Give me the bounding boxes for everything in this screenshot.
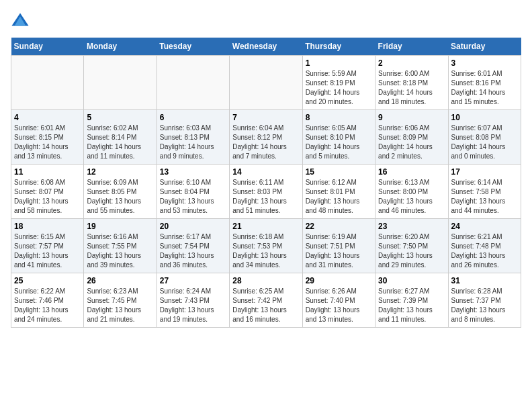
day-number: 21 — [232, 222, 299, 231]
day-number: 29 — [306, 276, 372, 285]
day-info: Sunrise: 6:14 AM Sunset: 7:58 PM Dayligh… — [451, 178, 518, 216]
day-cell: 10Sunrise: 6:07 AM Sunset: 8:08 PM Dayli… — [448, 110, 521, 165]
day-number: 19 — [87, 222, 153, 231]
day-number: 8 — [306, 113, 372, 122]
day-info: Sunrise: 6:23 AM Sunset: 7:45 PM Dayligh… — [87, 287, 153, 324]
day-info: Sunrise: 6:20 AM Sunset: 7:50 PM Dayligh… — [378, 232, 445, 270]
day-number: 10 — [451, 113, 518, 122]
day-cell: 29Sunrise: 6:26 AM Sunset: 7:40 PM Dayli… — [302, 273, 375, 328]
day-info: Sunrise: 6:26 AM Sunset: 7:40 PM Dayligh… — [306, 287, 372, 324]
day-number: 30 — [378, 276, 445, 285]
day-cell: 20Sunrise: 6:17 AM Sunset: 7:54 PM Dayli… — [157, 219, 229, 273]
header-cell-wednesday: Wednesday — [230, 38, 302, 56]
day-cell: 1Sunrise: 5:59 AM Sunset: 8:19 PM Daylig… — [302, 56, 375, 110]
day-cell — [84, 56, 157, 110]
day-info: Sunrise: 6:01 AM Sunset: 8:15 PM Dayligh… — [14, 124, 81, 161]
day-cell: 14Sunrise: 6:11 AM Sunset: 8:03 PM Dayli… — [230, 165, 302, 219]
day-cell: 7Sunrise: 6:04 AM Sunset: 8:12 PM Daylig… — [230, 110, 302, 165]
day-info: Sunrise: 6:27 AM Sunset: 7:39 PM Dayligh… — [378, 287, 445, 324]
day-info: Sunrise: 6:12 AM Sunset: 8:01 PM Dayligh… — [306, 178, 372, 216]
week-row-4: 18Sunrise: 6:15 AM Sunset: 7:57 PM Dayli… — [11, 219, 521, 273]
day-info: Sunrise: 6:04 AM Sunset: 8:12 PM Dayligh… — [232, 124, 299, 161]
day-info: Sunrise: 5:59 AM Sunset: 8:19 PM Dayligh… — [306, 69, 372, 107]
header-cell-sunday: Sunday — [11, 38, 84, 56]
day-cell: 28Sunrise: 6:25 AM Sunset: 7:42 PM Dayli… — [230, 273, 302, 328]
day-number: 20 — [160, 222, 226, 231]
day-cell: 8Sunrise: 6:05 AM Sunset: 8:10 PM Daylig… — [302, 110, 375, 165]
header-cell-saturday: Saturday — [448, 38, 521, 56]
day-info: Sunrise: 6:15 AM Sunset: 7:57 PM Dayligh… — [14, 232, 81, 270]
page-header — [11, 11, 521, 30]
day-cell: 15Sunrise: 6:12 AM Sunset: 8:01 PM Dayli… — [302, 165, 375, 219]
day-cell: 31Sunrise: 6:28 AM Sunset: 7:37 PM Dayli… — [448, 273, 521, 328]
day-number: 11 — [14, 167, 81, 177]
day-cell: 18Sunrise: 6:15 AM Sunset: 7:57 PM Dayli… — [11, 219, 84, 273]
day-info: Sunrise: 6:07 AM Sunset: 8:08 PM Dayligh… — [451, 124, 518, 161]
week-row-3: 11Sunrise: 6:08 AM Sunset: 8:07 PM Dayli… — [11, 165, 521, 219]
day-cell: 17Sunrise: 6:14 AM Sunset: 7:58 PM Dayli… — [448, 165, 521, 219]
day-cell: 26Sunrise: 6:23 AM Sunset: 7:45 PM Dayli… — [84, 273, 157, 328]
day-number: 25 — [14, 276, 81, 285]
day-number: 27 — [160, 276, 226, 285]
day-info: Sunrise: 6:18 AM Sunset: 7:53 PM Dayligh… — [232, 232, 299, 270]
day-cell: 9Sunrise: 6:06 AM Sunset: 8:09 PM Daylig… — [375, 110, 448, 165]
day-cell: 27Sunrise: 6:24 AM Sunset: 7:43 PM Dayli… — [157, 273, 229, 328]
day-cell: 12Sunrise: 6:09 AM Sunset: 8:05 PM Dayli… — [84, 165, 157, 219]
day-number: 31 — [451, 276, 518, 285]
header-cell-friday: Friday — [375, 38, 448, 56]
day-cell: 3Sunrise: 6:01 AM Sunset: 8:16 PM Daylig… — [448, 56, 521, 110]
logo — [11, 11, 32, 30]
day-info: Sunrise: 6:01 AM Sunset: 8:16 PM Dayligh… — [451, 69, 518, 107]
day-cell: 25Sunrise: 6:22 AM Sunset: 7:46 PM Dayli… — [11, 273, 84, 328]
day-number: 9 — [378, 113, 445, 122]
day-cell — [11, 56, 84, 110]
day-info: Sunrise: 6:10 AM Sunset: 8:04 PM Dayligh… — [160, 178, 226, 216]
calendar-table: SundayMondayTuesdayWednesdayThursdayFrid… — [11, 38, 521, 328]
week-row-5: 25Sunrise: 6:22 AM Sunset: 7:46 PM Dayli… — [11, 273, 521, 328]
day-info: Sunrise: 6:02 AM Sunset: 8:14 PM Dayligh… — [87, 124, 153, 161]
day-number: 23 — [378, 222, 445, 231]
day-number: 1 — [306, 58, 372, 68]
day-info: Sunrise: 6:16 AM Sunset: 7:55 PM Dayligh… — [87, 232, 153, 270]
day-info: Sunrise: 6:13 AM Sunset: 8:00 PM Dayligh… — [378, 178, 445, 216]
day-cell — [230, 56, 302, 110]
header-row: SundayMondayTuesdayWednesdayThursdayFrid… — [11, 38, 521, 56]
day-cell: 19Sunrise: 6:16 AM Sunset: 7:55 PM Dayli… — [84, 219, 157, 273]
day-cell: 24Sunrise: 6:21 AM Sunset: 7:48 PM Dayli… — [448, 219, 521, 273]
day-number: 12 — [87, 167, 153, 177]
day-number: 17 — [451, 167, 518, 177]
day-info: Sunrise: 6:25 AM Sunset: 7:42 PM Dayligh… — [232, 287, 299, 324]
day-info: Sunrise: 6:05 AM Sunset: 8:10 PM Dayligh… — [306, 124, 372, 161]
day-number: 4 — [14, 113, 81, 122]
day-cell: 2Sunrise: 6:00 AM Sunset: 8:18 PM Daylig… — [375, 56, 448, 110]
day-cell: 22Sunrise: 6:19 AM Sunset: 7:51 PM Dayli… — [302, 219, 375, 273]
day-number: 24 — [451, 222, 518, 231]
day-cell: 21Sunrise: 6:18 AM Sunset: 7:53 PM Dayli… — [230, 219, 302, 273]
day-info: Sunrise: 6:00 AM Sunset: 8:18 PM Dayligh… — [378, 69, 445, 107]
day-cell: 5Sunrise: 6:02 AM Sunset: 8:14 PM Daylig… — [84, 110, 157, 165]
day-number: 14 — [232, 167, 299, 177]
day-number: 6 — [160, 113, 226, 122]
week-row-2: 4Sunrise: 6:01 AM Sunset: 8:15 PM Daylig… — [11, 110, 521, 165]
day-info: Sunrise: 6:22 AM Sunset: 7:46 PM Dayligh… — [14, 287, 81, 324]
header-cell-thursday: Thursday — [302, 38, 375, 56]
day-number: 18 — [14, 222, 81, 231]
day-info: Sunrise: 6:08 AM Sunset: 8:07 PM Dayligh… — [14, 178, 81, 216]
day-info: Sunrise: 6:03 AM Sunset: 8:13 PM Dayligh… — [160, 124, 226, 161]
day-cell: 6Sunrise: 6:03 AM Sunset: 8:13 PM Daylig… — [157, 110, 229, 165]
day-info: Sunrise: 6:11 AM Sunset: 8:03 PM Dayligh… — [232, 178, 299, 216]
day-info: Sunrise: 6:21 AM Sunset: 7:48 PM Dayligh… — [451, 232, 518, 270]
day-number: 3 — [451, 58, 518, 68]
day-number: 13 — [160, 167, 226, 177]
day-cell: 11Sunrise: 6:08 AM Sunset: 8:07 PM Dayli… — [11, 165, 84, 219]
day-info: Sunrise: 6:19 AM Sunset: 7:51 PM Dayligh… — [306, 232, 372, 270]
day-cell: 16Sunrise: 6:13 AM Sunset: 8:00 PM Dayli… — [375, 165, 448, 219]
day-info: Sunrise: 6:06 AM Sunset: 8:09 PM Dayligh… — [378, 124, 445, 161]
day-number: 26 — [87, 276, 153, 285]
day-cell: 23Sunrise: 6:20 AM Sunset: 7:50 PM Dayli… — [375, 219, 448, 273]
logo-icon — [11, 11, 30, 30]
header-cell-tuesday: Tuesday — [157, 38, 229, 56]
day-info: Sunrise: 6:09 AM Sunset: 8:05 PM Dayligh… — [87, 178, 153, 216]
day-info: Sunrise: 6:17 AM Sunset: 7:54 PM Dayligh… — [160, 232, 226, 270]
day-number: 5 — [87, 113, 153, 122]
